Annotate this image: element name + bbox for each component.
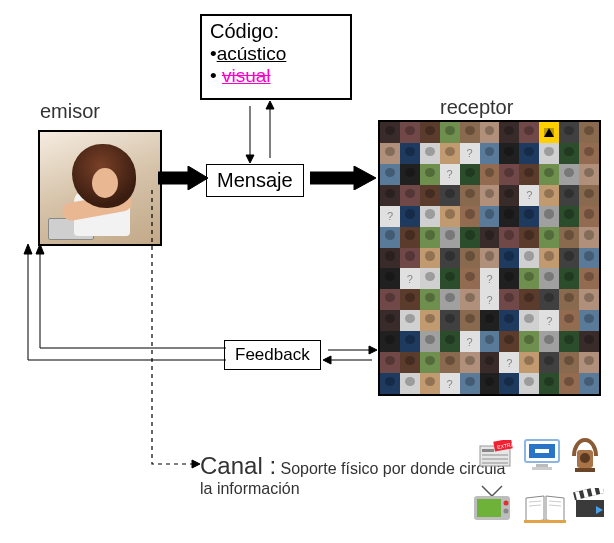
canal-title: Canal : <box>200 452 276 479</box>
svg-point-13 <box>580 453 590 463</box>
avatar-cell <box>380 227 400 248</box>
svg-rect-2 <box>482 454 508 456</box>
avatar-cell <box>559 373 579 394</box>
avatar-cell <box>480 352 500 373</box>
avatar-cell <box>579 143 599 164</box>
avatar-cell <box>559 227 579 248</box>
avatar-cell <box>400 289 420 310</box>
avatar-cell <box>460 248 480 269</box>
avatar-cell <box>420 352 440 373</box>
avatar-cell <box>499 289 519 310</box>
avatar-cell <box>539 373 559 394</box>
codigo-item-visual: • visual <box>210 65 342 87</box>
avatar-cell <box>420 331 440 352</box>
avatar-cell <box>440 143 460 164</box>
avatar-cell <box>519 373 539 394</box>
avatar-cell <box>380 268 400 289</box>
avatar-cell <box>539 227 559 248</box>
avatar-cell <box>539 310 559 331</box>
avatar-cell <box>499 185 519 206</box>
svg-line-16 <box>492 486 502 496</box>
avatar-cell <box>539 331 559 352</box>
avatar-cell <box>519 143 539 164</box>
avatar-cell <box>400 352 420 373</box>
avatar-cell <box>499 143 519 164</box>
avatar-cell <box>579 352 599 373</box>
avatar-cell <box>499 310 519 331</box>
avatar-cell <box>519 310 539 331</box>
avatar-cell <box>400 227 420 248</box>
svg-point-20 <box>504 509 509 514</box>
avatar-cell <box>539 289 559 310</box>
avatar-cell <box>440 206 460 227</box>
avatar-cell <box>480 227 500 248</box>
avatar-cell <box>380 331 400 352</box>
avatar-cell <box>460 164 480 185</box>
svg-rect-18 <box>477 499 501 517</box>
monitor-icon <box>522 438 562 472</box>
avatar-cell <box>400 185 420 206</box>
avatar-cell <box>559 268 579 289</box>
avatar-cell <box>579 227 599 248</box>
avatar-cell <box>559 248 579 269</box>
avatar-cell <box>420 185 440 206</box>
svg-marker-40 <box>369 346 377 354</box>
avatar-cell <box>579 248 599 269</box>
avatar-cell <box>480 373 500 394</box>
avatar-cell <box>480 310 500 331</box>
avatar-cell <box>499 227 519 248</box>
svg-rect-21 <box>524 520 566 523</box>
avatar-cell <box>460 331 480 352</box>
svg-rect-10 <box>536 464 548 467</box>
avatar-cell <box>559 310 579 331</box>
avatar-cell <box>420 122 440 143</box>
avatar-cell <box>499 248 519 269</box>
avatar-cell <box>460 185 480 206</box>
avatar-cell <box>579 122 599 143</box>
avatar-cell <box>559 164 579 185</box>
avatar-cell <box>400 331 420 352</box>
avatar-cell <box>519 248 539 269</box>
avatar-cell <box>499 373 519 394</box>
avatar-cell <box>460 143 480 164</box>
avatar-cell <box>400 268 420 289</box>
avatar-cell <box>480 206 500 227</box>
avatar-cell <box>460 206 480 227</box>
avatar-cell <box>380 164 400 185</box>
avatar-cell <box>420 289 440 310</box>
avatar-cell <box>440 248 460 269</box>
arrow-mensaje-receptor <box>310 166 376 190</box>
avatar-cell <box>380 373 400 394</box>
avatar-cell <box>519 289 539 310</box>
svg-marker-42 <box>323 356 331 364</box>
tv-icon <box>470 484 514 524</box>
avatar-cell <box>460 268 480 289</box>
avatar-cell <box>420 268 440 289</box>
avatar-cell <box>559 122 579 143</box>
avatar-cell <box>480 289 500 310</box>
avatar-cell <box>579 331 599 352</box>
svg-marker-34 <box>310 166 376 190</box>
avatar-cell <box>440 331 460 352</box>
avatar-cell <box>559 143 579 164</box>
avatar-cell <box>480 164 500 185</box>
avatar-cell <box>400 206 420 227</box>
arrow-dashed-canal <box>140 190 210 472</box>
svg-rect-14 <box>575 468 595 472</box>
avatar-cell <box>400 164 420 185</box>
codigo-item-acustico: •acústico <box>210 43 342 65</box>
arrow-codigo-mensaje <box>236 100 286 164</box>
avatar-cell <box>499 206 519 227</box>
avatar-cell <box>559 206 579 227</box>
avatar-cell <box>380 310 400 331</box>
avatar-cell <box>460 310 480 331</box>
avatar-cell <box>499 352 519 373</box>
avatar-cell <box>539 164 559 185</box>
avatar-cell <box>480 268 500 289</box>
avatar-cell <box>440 185 460 206</box>
avatar-cell <box>420 164 440 185</box>
avatar-cell <box>519 164 539 185</box>
avatar-cell <box>420 206 440 227</box>
radio-icon <box>570 436 600 476</box>
avatar-cell <box>539 122 559 143</box>
